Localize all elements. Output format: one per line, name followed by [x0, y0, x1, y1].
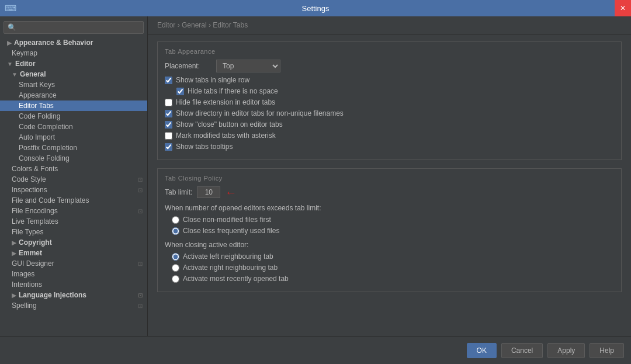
code-style-label: Code Style: [12, 175, 46, 183]
sidebar-item-smart-keys[interactable]: Smart Keys: [0, 79, 147, 90]
sidebar-item-appearance[interactable]: Appearance: [0, 90, 147, 100]
radio-close-less-frequently[interactable]: [172, 227, 179, 235]
search-input[interactable]: [4, 21, 144, 34]
gui-designer-settings-icon: ⊡: [138, 261, 143, 267]
sidebar-item-general[interactable]: ▼General: [0, 69, 147, 79]
sidebar-item-emmet[interactable]: ▶Emmet: [0, 248, 147, 258]
sidebar-item-code-completion[interactable]: Code Completion: [0, 122, 147, 132]
tab-appearance-section: Tab Appearance Placement: Top Bottom Lef…: [157, 41, 622, 160]
checkbox-label-show-directory: Show directory in editor tabs for non-un…: [176, 109, 344, 117]
tab-limit-label: Tab limit:: [165, 188, 192, 196]
radio-activate-recently[interactable]: [172, 275, 179, 283]
intentions-label: Intentions: [12, 280, 42, 289]
apply-button[interactable]: Apply: [547, 343, 585, 358]
app-icon: ⌨: [5, 4, 16, 13]
sidebar-item-colors-fonts[interactable]: Colors & Fonts: [0, 164, 147, 174]
placement-label: Placement:: [165, 62, 212, 70]
exceeded-label: When number of opened editors exceeds ta…: [165, 204, 614, 212]
gui-designer-label: GUI Designer: [12, 259, 54, 268]
cancel-button[interactable]: Cancel: [501, 343, 543, 358]
checkbox-show-tabs-tooltips[interactable]: [165, 143, 172, 151]
file-encodings-settings-icon: ⊡: [138, 208, 143, 214]
sidebar-item-copyright[interactable]: ▶Copyright: [0, 237, 147, 248]
checkbox-row-hide-file-extension: Hide file extension in editor tabs: [165, 98, 614, 106]
radio-close-non-modified[interactable]: [172, 216, 179, 224]
sidebar-item-auto-import[interactable]: Auto Import: [0, 132, 147, 143]
emmet-label: Emmet: [19, 249, 42, 257]
sidebar-item-editor[interactable]: ▼Editor: [0, 58, 147, 69]
sidebar-item-file-encodings[interactable]: File Encodings⊡: [0, 206, 147, 216]
checkbox-row-show-close-button: Show "close" button on editor tabs: [165, 120, 614, 129]
postfix-completion-label: Postfix Completion: [19, 144, 77, 152]
code-style-settings-icon: ⊡: [138, 176, 143, 183]
tab-appearance-label: Tab Appearance: [165, 48, 614, 55]
general-label: General: [20, 70, 46, 78]
radio-activate-left[interactable]: [172, 253, 179, 261]
help-button[interactable]: Help: [590, 343, 624, 358]
sidebar-item-file-code-templates[interactable]: File and Code Templates: [0, 195, 147, 206]
checkbox-hide-tabs-no-space[interactable]: [176, 88, 184, 95]
code-completion-label: Code Completion: [19, 123, 73, 131]
appearance-behavior-arrow-icon: ▶: [7, 40, 12, 46]
general-arrow-icon: ▼: [12, 71, 18, 78]
copyright-arrow-icon: ▶: [12, 240, 16, 246]
sidebar-item-live-templates[interactable]: Live Templates: [0, 216, 147, 227]
sidebar-item-postfix-completion[interactable]: Postfix Completion: [0, 143, 147, 153]
checkbox-label-show-tabs-single-row: Show tabs in single row: [176, 76, 249, 84]
appearance-label: Appearance: [19, 91, 57, 99]
radio-row-activate-left: Activate left neighbouring tab: [165, 252, 614, 261]
sidebar: ▶Appearance & BehaviorKeymap▼Editor▼Gene…: [0, 16, 148, 336]
keymap-label: Keymap: [12, 49, 37, 57]
checkbox-show-close-button[interactable]: [165, 121, 172, 129]
radio-activate-right[interactable]: [172, 264, 179, 272]
content-panel: Editor › General › Editor Tabs Tab Appea…: [148, 16, 631, 336]
close-button[interactable]: ✕: [615, 0, 631, 16]
sidebar-item-spelling[interactable]: Spelling⊡: [0, 300, 147, 311]
sidebar-item-editor-tabs[interactable]: Editor Tabs: [0, 100, 147, 111]
red-arrow-indicator: ←: [225, 186, 237, 198]
language-injections-label: Language Injections: [19, 291, 86, 299]
sidebar-item-intentions[interactable]: Intentions: [0, 279, 147, 290]
checkbox-row-show-tabs-single-row: Show tabs in single row: [165, 76, 614, 84]
sidebar-item-appearance-behavior[interactable]: ▶Appearance & Behavior: [0, 37, 147, 48]
checkbox-show-directory[interactable]: [165, 110, 172, 117]
ok-button[interactable]: OK: [467, 343, 497, 358]
radio-label-close-non-modified: Close non-modified files first: [183, 216, 271, 224]
sidebar-item-keymap[interactable]: Keymap: [0, 48, 147, 58]
placement-select[interactable]: Top Bottom Left Right: [216, 60, 280, 72]
bottom-bar: OK Cancel Apply Help: [0, 336, 631, 364]
smart-keys-label: Smart Keys: [19, 81, 55, 89]
sidebar-item-images[interactable]: Images: [0, 269, 147, 279]
sidebar-item-file-types[interactable]: File Types: [0, 227, 147, 237]
closing-active-label: When closing active editor:: [165, 241, 614, 249]
checkbox-row-show-tabs-tooltips: Show tabs tooltips: [165, 143, 614, 151]
sidebar-item-gui-designer[interactable]: GUI Designer⊡: [0, 258, 147, 269]
sidebar-item-console-folding[interactable]: Console Folding: [0, 153, 147, 164]
tab-closing-policy-label: Tab Closing Policy: [165, 175, 614, 182]
radio-row-close-non-modified: Close non-modified files first: [165, 216, 614, 224]
checkbox-label-hide-tabs-no-space: Hide tabs if there is no space: [188, 87, 278, 95]
sidebar-item-language-injections[interactable]: ▶Language Injections⊡: [0, 290, 147, 300]
code-folding-label: Code Folding: [19, 112, 60, 120]
tab-limit-input[interactable]: [197, 186, 220, 198]
sidebar-item-code-folding[interactable]: Code Folding: [0, 111, 147, 122]
radio-row-activate-recently: Activate most recently opened tab: [165, 275, 614, 283]
language-injections-settings-icon: ⊡: [138, 292, 143, 299]
checkbox-label-mark-modified-tabs: Mark modified tabs with asterisk: [176, 131, 276, 140]
editor-arrow-icon: ▼: [7, 61, 13, 67]
editor-tabs-label: Editor Tabs: [19, 102, 54, 110]
sidebar-item-code-style[interactable]: Code Style⊡: [0, 174, 147, 185]
sidebar-item-inspections[interactable]: Inspections⊡: [0, 185, 147, 195]
checkbox-show-tabs-single-row[interactable]: [165, 77, 172, 84]
checkboxes-container: Show tabs in single rowHide tabs if ther…: [165, 76, 614, 151]
radio-label-activate-left: Activate left neighbouring tab: [183, 252, 273, 261]
checkbox-hide-file-extension[interactable]: [165, 99, 172, 106]
breadcrumb: Editor › General › Editor Tabs: [148, 16, 631, 34]
file-code-templates-label: File and Code Templates: [12, 196, 89, 204]
checkbox-mark-modified-tabs[interactable]: [165, 132, 172, 140]
main-container: ▶Appearance & BehaviorKeymap▼Editor▼Gene…: [0, 16, 631, 336]
file-types-label: File Types: [12, 228, 43, 236]
appearance-behavior-label: Appearance & Behavior: [14, 39, 93, 47]
content-inner: Tab Appearance Placement: Top Bottom Lef…: [148, 34, 631, 307]
emmet-arrow-icon: ▶: [12, 250, 16, 256]
